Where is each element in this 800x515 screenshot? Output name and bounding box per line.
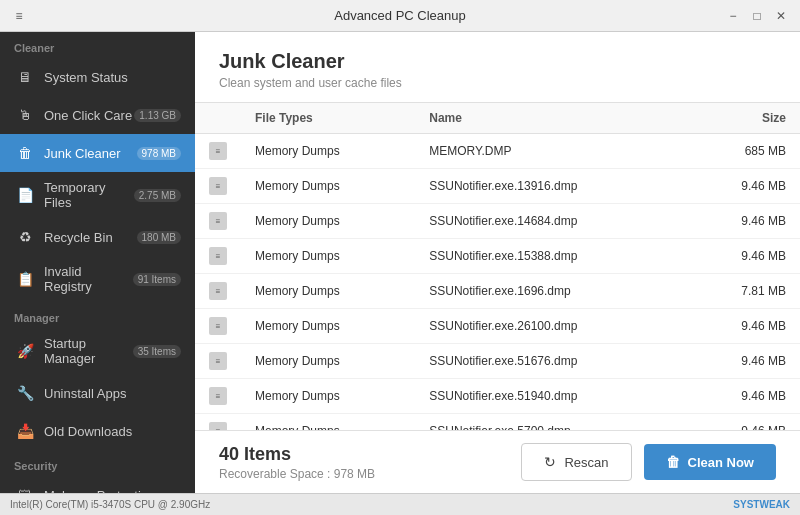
file-size-cell: 9.46 MB	[688, 309, 800, 344]
table-row[interactable]: ≡Memory DumpsSSUNotifier.exe.5700.dmp9.4…	[195, 414, 800, 431]
menu-icon[interactable]: ≡	[10, 7, 28, 25]
file-row-icon: ≡	[195, 204, 241, 239]
close-button[interactable]: ✕	[772, 7, 790, 25]
table-row[interactable]: ≡Memory DumpsSSUNotifier.exe.1696.dmp7.8…	[195, 274, 800, 309]
sidebar-item-label-one-click-care: One Click Care	[44, 108, 134, 123]
brand-tweak: TWEAK	[753, 499, 790, 510]
shield-icon: 🛡	[14, 484, 36, 493]
junk-icon: 🗑	[14, 142, 36, 164]
file-size-cell: 685 MB	[688, 134, 800, 169]
file-size-cell: 9.46 MB	[688, 169, 800, 204]
sidebar-item-one-click-care[interactable]: 🖱One Click Care1.13 GB	[0, 96, 195, 134]
file-type-cell: Memory Dumps	[241, 309, 415, 344]
file-size-cell: 9.46 MB	[688, 344, 800, 379]
sidebar-item-badge-invalid-registry: 91 Items	[133, 273, 181, 286]
file-type-cell: Memory Dumps	[241, 379, 415, 414]
download-icon: 📥	[14, 420, 36, 442]
brand-sys: SYS	[733, 499, 753, 510]
maximize-button[interactable]: □	[748, 7, 766, 25]
file-name-cell: SSUNotifier.exe.1696.dmp	[415, 274, 687, 309]
sidebar-item-recycle-bin[interactable]: ♻Recycle Bin180 MB	[0, 218, 195, 256]
table-row[interactable]: ≡Memory DumpsSSUNotifier.exe.51676.dmp9.…	[195, 344, 800, 379]
file-name-cell: SSUNotifier.exe.51940.dmp	[415, 379, 687, 414]
sidebar-item-invalid-registry[interactable]: 📋Invalid Registry91 Items	[0, 256, 195, 302]
uninstall-icon: 🔧	[14, 382, 36, 404]
clean-label: Clean Now	[688, 455, 754, 470]
file-type-cell: Memory Dumps	[241, 414, 415, 431]
file-type-cell: Memory Dumps	[241, 274, 415, 309]
app-title: Advanced PC Cleanup	[334, 8, 466, 23]
file-name-cell: SSUNotifier.exe.14684.dmp	[415, 204, 687, 239]
file-row-icon: ≡	[195, 309, 241, 344]
table-row[interactable]: ≡Memory DumpsSSUNotifier.exe.13916.dmp9.…	[195, 169, 800, 204]
col-size: Size	[688, 103, 800, 134]
cpu-info: Intel(R) Core(TM) i5-3470S CPU @ 2.90GHz	[10, 499, 210, 510]
sidebar-item-label-invalid-registry: Invalid Registry	[44, 264, 133, 294]
table-row[interactable]: ≡Memory DumpsSSUNotifier.exe.51940.dmp9.…	[195, 379, 800, 414]
startup-icon: 🚀	[14, 340, 36, 362]
sidebar: Cleaner🖥System Status🖱One Click Care1.13…	[0, 32, 195, 493]
file-row-icon: ≡	[195, 344, 241, 379]
title-bar: ≡ Advanced PC Cleanup − □ ✕	[0, 0, 800, 32]
monitor-icon: 🖥	[14, 66, 36, 88]
sidebar-item-label-malware-protection: Malware Protection	[44, 488, 181, 494]
sidebar-item-system-status[interactable]: 🖥System Status	[0, 58, 195, 96]
file-table: File Types Name Size ≡Memory DumpsMEMORY…	[195, 103, 800, 430]
clean-now-button[interactable]: 🗑 Clean Now	[644, 444, 776, 480]
file-row-icon: ≡	[195, 414, 241, 431]
table-row[interactable]: ≡Memory DumpsSSUNotifier.exe.26100.dmp9.…	[195, 309, 800, 344]
file-type-cell: Memory Dumps	[241, 169, 415, 204]
brand-logo: SYSTWEAK	[733, 499, 790, 510]
table-row[interactable]: ≡Memory DumpsSSUNotifier.exe.14684.dmp9.…	[195, 204, 800, 239]
sidebar-item-old-downloads[interactable]: 📥Old Downloads	[0, 412, 195, 450]
file-type-cell: Memory Dumps	[241, 204, 415, 239]
sidebar-item-label-recycle-bin: Recycle Bin	[44, 230, 137, 245]
sidebar-item-startup-manager[interactable]: 🚀Startup Manager35 Items	[0, 328, 195, 374]
title-bar-left: ≡	[10, 7, 28, 25]
file-type-cell: Memory Dumps	[241, 239, 415, 274]
file-row-icon: ≡	[195, 379, 241, 414]
file-row-icon: ≡	[195, 169, 241, 204]
clean-icon: 🗑	[666, 454, 680, 470]
content-header: Junk Cleaner Clean system and user cache…	[195, 32, 800, 103]
sidebar-item-malware-protection[interactable]: 🛡Malware Protection	[0, 476, 195, 493]
file-size-cell: 9.46 MB	[688, 239, 800, 274]
sidebar-item-label-system-status: System Status	[44, 70, 181, 85]
sidebar-item-label-startup-manager: Startup Manager	[44, 336, 133, 366]
rescan-label: Rescan	[564, 455, 608, 470]
sidebar-item-label-uninstall-apps: Uninstall Apps	[44, 386, 181, 401]
bin-icon: ♻	[14, 226, 36, 248]
table-row[interactable]: ≡Memory DumpsSSUNotifier.exe.15388.dmp9.…	[195, 239, 800, 274]
col-name: Name	[415, 103, 687, 134]
file-row-icon: ≡	[195, 134, 241, 169]
file-table-container: File Types Name Size ≡Memory DumpsMEMORY…	[195, 103, 800, 430]
status-bar: Intel(R) Core(TM) i5-3470S CPU @ 2.90GHz…	[0, 493, 800, 515]
file-type-cell: Memory Dumps	[241, 134, 415, 169]
file-name-cell: SSUNotifier.exe.51676.dmp	[415, 344, 687, 379]
sidebar-item-badge-junk-cleaner: 978 MB	[137, 147, 181, 160]
file-size-cell: 9.46 MB	[688, 204, 800, 239]
file-name-cell: SSUNotifier.exe.15388.dmp	[415, 239, 687, 274]
sidebar-item-uninstall-apps[interactable]: 🔧Uninstall Apps	[0, 374, 195, 412]
bottom-bar: 40 Items Recoverable Space : 978 MB ↻ Re…	[195, 430, 800, 493]
file-name-cell: SSUNotifier.exe.26100.dmp	[415, 309, 687, 344]
sidebar-item-label-old-downloads: Old Downloads	[44, 424, 181, 439]
click-icon: 🖱	[14, 104, 36, 126]
window-controls: − □ ✕	[724, 7, 790, 25]
minimize-button[interactable]: −	[724, 7, 742, 25]
page-title: Junk Cleaner	[219, 50, 776, 73]
rescan-button[interactable]: ↻ Rescan	[521, 443, 631, 481]
main-content: Junk Cleaner Clean system and user cache…	[195, 32, 800, 493]
app-body: Cleaner🖥System Status🖱One Click Care1.13…	[0, 32, 800, 493]
sidebar-item-label-junk-cleaner: Junk Cleaner	[44, 146, 137, 161]
sidebar-item-temporary-files[interactable]: 📄Temporary Files2.75 MB	[0, 172, 195, 218]
sidebar-item-badge-startup-manager: 35 Items	[133, 345, 181, 358]
file-type-cell: Memory Dumps	[241, 344, 415, 379]
sidebar-section-manager: Manager	[0, 302, 195, 328]
sidebar-item-junk-cleaner[interactable]: 🗑Junk Cleaner978 MB	[0, 134, 195, 172]
file-name-cell: SSUNotifier.exe.13916.dmp	[415, 169, 687, 204]
col-file-type: File Types	[241, 103, 415, 134]
file-name-cell: MEMORY.DMP	[415, 134, 687, 169]
table-header-row: File Types Name Size	[195, 103, 800, 134]
table-row[interactable]: ≡Memory DumpsMEMORY.DMP685 MB	[195, 134, 800, 169]
